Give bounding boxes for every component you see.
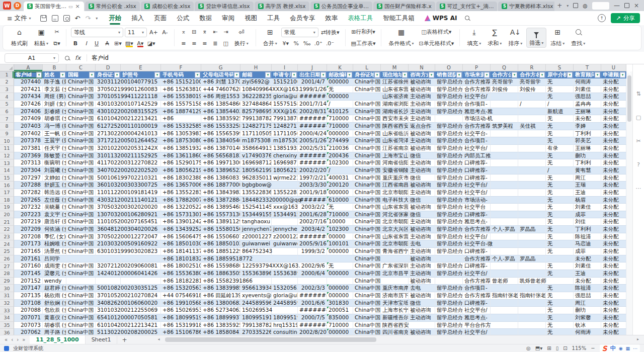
grid-cell[interactable]: guiwanwei <box>272 240 298 248</box>
grid-cell[interactable]: China中国 <box>353 211 381 219</box>
grid-cell[interactable]: 周子路 (女 <box>43 329 66 335</box>
column-header-H[interactable]: H <box>240 64 272 71</box>
grid-cell[interactable]: 刘俊伶 <box>491 86 518 94</box>
grid-cell[interactable]: China中国 <box>353 197 381 204</box>
grid-cell[interactable]: 108409964XXX@163. <box>240 86 272 94</box>
grid-cell[interactable]: 180995191 <box>240 314 272 322</box>
grid-cell[interactable]: China中国 <box>353 233 381 241</box>
grid-cell[interactable]: 无 <box>546 226 574 233</box>
grid-cell[interactable]: China中国 <box>66 115 96 123</box>
grid-cell[interactable]: 152541145 <box>240 204 272 211</box>
grid-cell[interactable]: 胡睿琪 (女 <box>43 322 66 329</box>
align-middle-icon[interactable]: ⊟ <box>190 28 199 36</box>
justify-icon[interactable]: ≣ <box>211 39 220 48</box>
grid-cell[interactable]: +86 18141137 <box>161 248 201 255</box>
grid-cell[interactable]: China中国 <box>353 307 381 314</box>
filter-dropdown-icon[interactable]: ▾ <box>512 72 517 78</box>
grid-cell[interactable]: +86 13870140948 <box>201 145 240 152</box>
grid-cell[interactable]: 微信 <box>409 300 435 307</box>
doc-tab[interactable]: S高学历 教授.xlsx <box>255 2 309 11</box>
grid-cell[interactable]: +86 15332585 <box>161 123 201 130</box>
grid-cell[interactable]: 2001/6/28 <box>298 211 327 219</box>
grid-cell[interactable]: 主动咨询 <box>409 108 435 116</box>
grid-cell[interactable]: 799138782 <box>240 115 272 123</box>
header-cell-B[interactable]: 姓名▾ <box>43 71 66 78</box>
grid-cell[interactable]: 被动咨询 <box>409 292 435 300</box>
grid-cell[interactable]: China中国 <box>353 204 381 211</box>
wrap-text-button[interactable]: ⏎ 换行▾ <box>232 28 251 48</box>
grid-cell[interactable]: +86 13843982452 <box>201 189 240 197</box>
grid-cell[interactable]: 无 <box>546 204 574 211</box>
grid-cell[interactable]: 000000 <box>327 270 353 278</box>
grid-cell[interactable]: 无 <box>546 86 574 94</box>
grid-cell[interactable]: 主动咨询 <box>409 167 435 174</box>
sidebar-panel-icon[interactable]: ▢ <box>636 114 641 121</box>
grid-cell[interactable]: 北京市朝阳 <box>381 240 409 248</box>
grid-cell[interactable] <box>518 211 546 219</box>
grid-cell[interactable] <box>518 240 546 248</box>
grid-cell[interactable]: 无 <box>546 218 574 226</box>
grid-cell[interactable] <box>121 278 161 285</box>
grid-cell[interactable]: 北京市朝阳 <box>381 218 409 226</box>
grid-cell[interactable] <box>518 204 546 211</box>
row-header[interactable]: 28 <box>0 270 14 278</box>
grid-cell[interactable]: 未分配 <box>601 285 626 292</box>
grid-cell[interactable]: 天津市宝坻 <box>381 300 409 307</box>
grid-cell[interactable]: 社交平台/ <box>463 233 491 241</box>
grid-cell[interactable]: 未分配 <box>601 233 626 241</box>
column-header-E[interactable]: E <box>121 64 161 71</box>
grid-cell[interactable]: ziyi5692@ <box>240 78 272 86</box>
grid-cell[interactable]: 留学总经办 <box>435 167 463 174</box>
doc-tab[interactable]: S英国留学生…▭× <box>24 2 84 11</box>
scroll-right-icon[interactable]: ▸ <box>637 337 639 341</box>
align-left-icon[interactable]: ≡ <box>179 39 188 48</box>
row-header[interactable]: 4 <box>0 93 14 101</box>
grid-cell[interactable]: 王一帆 (男 <box>43 130 66 138</box>
grid-cell[interactable]: 无 <box>546 240 574 248</box>
grid-cell[interactable]: 102300 <box>327 159 353 167</box>
grid-cell[interactable]: +86 15506607386 <box>201 233 240 241</box>
name-box[interactable]: A1 ▾ <box>5 53 59 63</box>
grid-cell[interactable]: 无 <box>546 130 574 138</box>
grid-cell[interactable]: +86 <box>161 115 201 123</box>
freeze-button[interactable]: ⊞ 冻结▾ <box>548 28 567 48</box>
number-format-select[interactable]: 常规▾ <box>281 28 318 37</box>
row-header[interactable]: 23 <box>0 233 14 241</box>
close-button[interactable]: × <box>634 2 639 9</box>
grid-cell[interactable] <box>518 145 546 152</box>
grid-cell[interactable]: 陕西省西安 <box>381 123 409 130</box>
grid-cell[interactable]: +86 13800682663 <box>201 300 240 307</box>
row-header[interactable]: 34 <box>0 314 14 322</box>
grid-cell[interactable]: 主动咨询 <box>409 115 435 123</box>
menu-item-9[interactable]: 会员专享 <box>285 11 320 25</box>
grid-cell[interactable]: 153205639 <box>272 285 298 292</box>
grid-cell[interactable]: 成菲 <box>574 211 601 219</box>
grid-cell[interactable]: 何依涵 (女 <box>43 226 66 233</box>
grid-cell[interactable]: 电子科技大 <box>381 197 409 204</box>
grid-cell[interactable]: 强思喆 <box>574 93 601 101</box>
grid-cell[interactable]: 未分配 <box>601 270 626 278</box>
grid-cell[interactable]: +86 13840540988 <box>201 137 240 145</box>
grid-cell[interactable]: 合作方推荐 <box>463 86 491 94</box>
increase-indent-icon[interactable]: ⇥ <box>221 28 230 36</box>
grid-cell[interactable]: 207062 <box>14 329 43 335</box>
grid-cell[interactable]: China中国 <box>66 189 96 197</box>
grid-cell[interactable]: China中国 <box>353 123 381 130</box>
grid-cell[interactable]: China中国 <box>66 292 96 300</box>
grid-cell[interactable]: 主动咨询 <box>409 248 435 255</box>
grid-cell[interactable]: 留学总经办 <box>435 152 463 160</box>
row-header[interactable]: 26 <box>0 255 14 263</box>
grid-cell[interactable]: 100101 <box>327 240 353 248</box>
grid-cell[interactable]: 135522836 <box>240 189 272 197</box>
grid-cell[interactable]: +86 15606475 <box>161 233 201 241</box>
grid-cell[interactable]: XXX@163. <box>272 108 298 116</box>
row-header[interactable]: 14 <box>0 167 14 174</box>
sort-button[interactable]: A↓ 排序▾ <box>506 28 525 48</box>
grid-cell[interactable]: 指南针张老 <box>491 292 518 300</box>
grid-cell[interactable]: 李婵 <box>574 123 601 130</box>
grid-cell[interactable]: 留学总经办 <box>435 145 463 152</box>
grid-cell[interactable]: 合作方推荐 <box>463 292 491 300</box>
grid-cell[interactable]: 山东省临沂 <box>381 130 409 138</box>
percent-icon[interactable]: % <box>292 39 301 48</box>
grid-cell[interactable]: 340826200106060020 <box>96 300 121 307</box>
